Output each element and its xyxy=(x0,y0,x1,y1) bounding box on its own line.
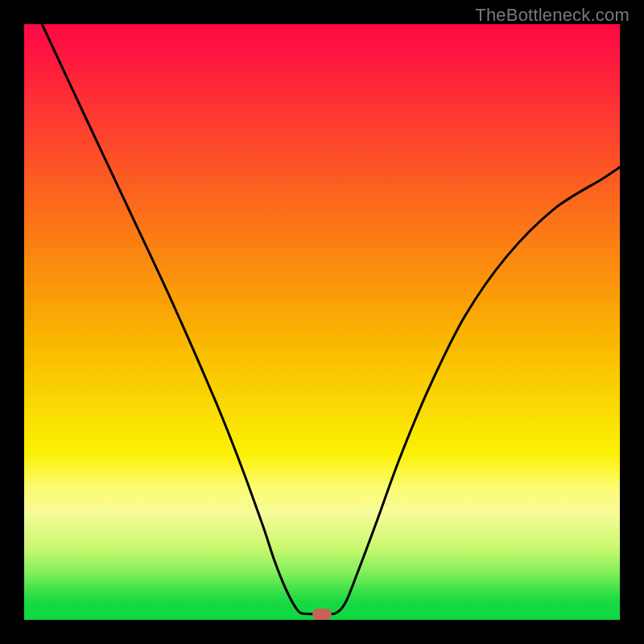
chart-frame: TheBottleneck.com xyxy=(0,0,644,644)
optimum-marker xyxy=(312,609,332,620)
watermark-text: TheBottleneck.com xyxy=(475,5,630,26)
plot-area xyxy=(24,24,620,620)
bottleneck-curve xyxy=(24,24,620,620)
